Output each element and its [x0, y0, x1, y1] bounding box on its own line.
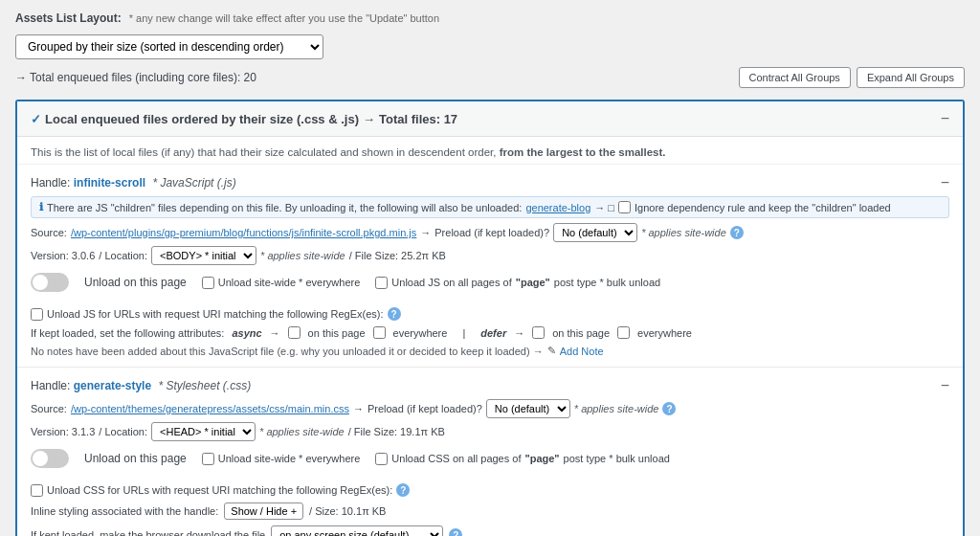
- async-everywhere-checkbox[interactable]: [373, 326, 386, 339]
- browser-download-select[interactable]: on any screen size (default): [271, 525, 443, 536]
- generate-style-collapse-button[interactable]: −: [941, 377, 949, 394]
- generate-style-unload-regex: Unload CSS for URLs with request URI mat…: [31, 483, 410, 497]
- unload-allpages-checkbox[interactable]: [375, 277, 388, 289]
- assets-layout-label: Assets List Layout:: [15, 11, 122, 25]
- generate-style-preload-select[interactable]: No (default): [486, 399, 570, 418]
- generate-style-unload-sitewide: Unload site-wide * everywhere: [202, 453, 361, 465]
- css-unload-sitewide-checkbox[interactable]: [202, 453, 214, 465]
- css-unload-regex-checkbox[interactable]: [31, 484, 43, 497]
- infinite-scroll-unload-regex: Unload JS for URLs with request URI matc…: [31, 307, 401, 321]
- async-this-page-checkbox[interactable]: [288, 326, 301, 339]
- info-icon: ℹ: [39, 201, 43, 213]
- panel-header: ✓ Local enqueued files ordered by their …: [17, 101, 963, 137]
- layout-dropdown[interactable]: Grouped by their size (sorted in descend…: [15, 34, 323, 59]
- generate-style-name: generate-style: [74, 379, 151, 392]
- infinite-scroll-type: * JavaScript (.js): [152, 176, 235, 190]
- main-panel: ✓ Local enqueued files ordered by their …: [15, 100, 965, 536]
- handle-generate-style-label: Handle: generate-style * Stylesheet (.cs…: [31, 379, 251, 392]
- total-enqueued-text: → Total enqueued files (including core f…: [15, 71, 256, 84]
- infinite-scroll-source-row: Source: /wp-content/plugins/gp-premium/b…: [31, 223, 949, 242]
- generate-style-unload-label: Unload on this page: [84, 452, 187, 465]
- generate-style-unload-row: Unload on this page Unload site-wide * e…: [31, 449, 949, 497]
- handle-infinite-scroll-section: Handle: infinite-scroll * JavaScript (.j…: [17, 165, 963, 368]
- generate-style-unload-toggle[interactable]: [31, 449, 69, 468]
- infinite-scroll-version-row: Version: 3.0.6 / Location: <BODY> * init…: [31, 246, 949, 265]
- panel-title-main: Local enqueued files ordered by their si…: [45, 112, 359, 126]
- browser-download-help-icon[interactable]: ?: [449, 528, 462, 536]
- css-unload-allpages-checkbox[interactable]: [375, 453, 388, 465]
- infinite-scroll-location-select[interactable]: <BODY> * initial: [151, 246, 256, 265]
- panel-checkmark: ✓: [31, 112, 41, 126]
- panel-collapse-button[interactable]: −: [941, 111, 949, 126]
- infinite-scroll-source-link[interactable]: /wp-content/plugins/gp-premium/blog/func…: [71, 227, 416, 238]
- generate-style-version-row: Version: 3.1.3 / Location: <HEAD> * init…: [31, 422, 949, 441]
- ignore-dependency-checkbox[interactable]: [618, 201, 631, 213]
- panel-title-arrow: →: [363, 112, 375, 126]
- unload-regex-help-icon[interactable]: ?: [388, 307, 401, 321]
- toggle-slider-css: [31, 449, 69, 468]
- edit-note-icon: ✎: [547, 345, 556, 357]
- generate-style-source-link[interactable]: /wp-content/themes/generatepress/assets/…: [71, 403, 349, 414]
- unload-sitewide-checkbox[interactable]: [202, 277, 214, 289]
- generate-style-unload-allpages: Unload CSS on all pages of "page" post t…: [375, 453, 670, 465]
- infinite-scroll-unload-allpages: Unload JS on all pages of "page" post ty…: [375, 277, 660, 289]
- infinite-scroll-preload-select[interactable]: No (default): [553, 223, 637, 242]
- defer-everywhere-checkbox[interactable]: [617, 326, 630, 339]
- generate-style-type: * Stylesheet (.css): [158, 379, 251, 392]
- infinite-scroll-name: infinite-scroll: [74, 176, 145, 190]
- unload-regex-checkbox[interactable]: [31, 308, 43, 321]
- infinite-scroll-preload-help-icon[interactable]: ?: [730, 226, 744, 239]
- generate-style-source-row: Source: /wp-content/themes/generatepress…: [31, 399, 949, 418]
- infinite-scroll-info-row: ℹ There are JS "children" files dependin…: [31, 196, 949, 218]
- css-unload-regex-help-icon[interactable]: ?: [396, 483, 410, 497]
- generate-style-browser-row: If kept loaded, make the browser downloa…: [31, 525, 949, 536]
- expand-all-button[interactable]: Expand All Groups: [857, 67, 965, 88]
- handle-generate-style-section: Handle: generate-style * Stylesheet (.cs…: [17, 368, 963, 536]
- panel-title-total: Total files: 17: [379, 112, 457, 126]
- defer-this-page-checkbox[interactable]: [532, 326, 545, 339]
- infinite-scroll-collapse-button[interactable]: −: [941, 174, 949, 191]
- generate-style-inline-row: Inline styling associated with the handl…: [31, 502, 949, 520]
- toggle-slider: [31, 273, 69, 292]
- generate-style-preload-help-icon[interactable]: ?: [662, 402, 676, 415]
- show-hide-button[interactable]: Show / Hide +: [224, 502, 303, 520]
- infinite-scroll-unload-row: Unload on this page Unload site-wide * e…: [31, 273, 949, 321]
- infinite-scroll-unload-toggle[interactable]: [31, 273, 69, 292]
- assets-layout-note: * any new change will take effect after …: [129, 12, 439, 24]
- infinite-scroll-add-note-link[interactable]: Add Note: [560, 346, 604, 357]
- contract-all-button[interactable]: Contract All Groups: [739, 67, 851, 88]
- generate-style-location-select[interactable]: <HEAD> * initial: [151, 422, 256, 441]
- infinite-scroll-kept-loaded-row: If kept loaded, set the following attrib…: [31, 326, 949, 339]
- info-generate-blog-link[interactable]: generate-blog: [525, 202, 590, 213]
- handle-infinite-scroll-label: Handle: infinite-scroll * JavaScript (.j…: [31, 176, 236, 190]
- panel-description: This is the list of local files (if any)…: [17, 137, 963, 165]
- infinite-scroll-notes-row: No notes have been added about this Java…: [31, 345, 949, 357]
- infinite-scroll-unload-label: Unload on this page: [84, 276, 187, 289]
- panel-title: ✓ Local enqueued files ordered by their …: [31, 112, 457, 126]
- infinite-scroll-unload-sitewide: Unload site-wide * everywhere: [202, 277, 361, 289]
